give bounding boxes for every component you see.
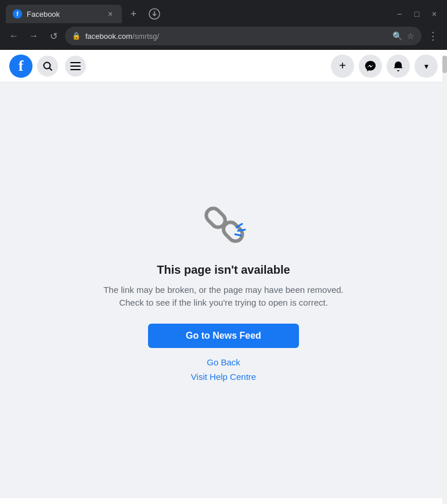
svg-rect-3 [70, 62, 81, 63]
fb-messenger-button[interactable] [359, 55, 382, 78]
fb-create-button[interactable]: + [331, 55, 354, 78]
tab-title: Facebook [27, 10, 101, 19]
window-controls: − □ × [392, 7, 441, 21]
fb-menu-button[interactable] [65, 56, 86, 77]
maximize-button[interactable]: □ [410, 7, 424, 21]
scrollbar-thumb[interactable] [442, 56, 447, 73]
browser-chrome: f Facebook × + − □ × ← → ↺ [0, 0, 447, 50]
svg-rect-5 [70, 69, 81, 70]
browser-menu-button[interactable]: ⋮ [425, 28, 441, 44]
go-to-news-feed-button[interactable]: Go to News Feed [148, 324, 299, 348]
error-description: The link may be broken, or the page may … [102, 284, 345, 310]
close-window-button[interactable]: × [427, 7, 441, 21]
fb-header-right: + ▾ [331, 55, 438, 78]
svg-rect-4 [70, 66, 81, 67]
bookmark-icon[interactable]: ☆ [407, 31, 414, 41]
address-text: facebook.com/smrtsg/ [85, 32, 159, 41]
title-bar: f Facebook × + − □ × [0, 0, 447, 23]
minimize-button[interactable]: − [392, 7, 406, 21]
tab-favicon: f [13, 9, 22, 19]
address-search-icon[interactable]: 🔍 [392, 31, 402, 41]
tab-close-button[interactable]: × [106, 9, 115, 19]
lock-icon: 🔒 [72, 32, 81, 40]
scrollbar[interactable] [442, 56, 447, 504]
broken-link-icon [194, 200, 253, 252]
main-content: This page isn't available The link may b… [0, 82, 447, 498]
forward-button[interactable]: → [26, 28, 42, 44]
address-bar[interactable]: 🔒 facebook.com/smrtsg/ 🔍 ☆ [65, 27, 421, 45]
facebook-logo[interactable]: f [9, 55, 33, 78]
svg-line-9 [238, 230, 245, 231]
error-title: This page isn't available [157, 263, 290, 277]
svg-line-10 [235, 234, 241, 235]
fb-notifications-button[interactable] [387, 55, 410, 78]
visit-help-centre-link[interactable]: Visit Help Centre [191, 372, 256, 382]
download-indicator [146, 6, 163, 22]
back-button[interactable]: ← [6, 28, 22, 44]
fb-account-button[interactable]: ▾ [414, 55, 438, 78]
address-bar-row: ← → ↺ 🔒 facebook.com/smrtsg/ 🔍 ☆ ⋮ [0, 23, 447, 50]
svg-line-2 [49, 68, 52, 70]
go-back-link[interactable]: Go Back [207, 357, 240, 367]
browser-tab[interactable]: f Facebook × [6, 5, 122, 23]
facebook-header: f + ▾ [0, 50, 447, 82]
fb-search-button[interactable] [37, 56, 58, 77]
reload-button[interactable]: ↺ [45, 28, 62, 44]
new-tab-button[interactable]: + [125, 6, 142, 22]
